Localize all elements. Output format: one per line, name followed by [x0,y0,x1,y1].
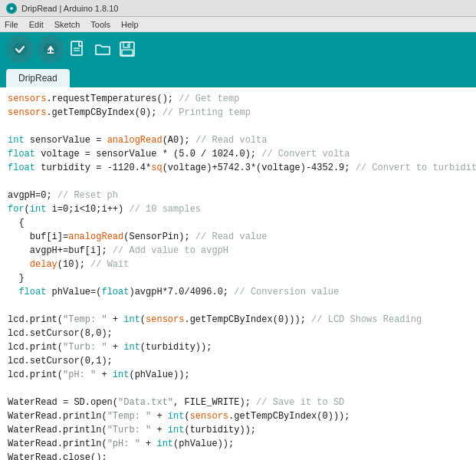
svg-rect-11 [123,42,130,48]
code-line: float turbidity = -1120.4*sq(voltage)+57… [8,161,468,175]
menu-sketch[interactable]: Sketch [54,20,80,29]
code-line: for(int i=0;i<10;i++) // 10 samples [8,202,468,216]
code-line: WaterRead.close(); [8,451,468,460]
code-line [8,175,468,189]
toolbar [0,32,476,66]
code-line: WaterRead = SD.open("Data.txt", FILE_WRI… [8,396,468,409]
code-line: sensors.requestTemperatures(); // Get te… [8,92,468,106]
code-line [8,120,468,133]
window-title: DripRead | Arduino 1.8.10 [21,4,118,13]
title-bar: DripRead | Arduino 1.8.10 [0,0,476,17]
tab-label: DripRead [18,73,57,84]
menu-bar: File Edit Sketch Tools Help [0,17,476,32]
save-button[interactable] [117,38,138,60]
menu-tools[interactable]: Tools [90,20,110,29]
code-line: int sensorValue = analogRead(A0); // Rea… [8,133,468,147]
code-line: delay(10); // Wait [8,258,468,271]
code-line: avgpH=0; // Reset ph [8,189,468,202]
code-line: WaterRead.println("Temp: " + int(sensors… [8,409,468,423]
code-line: buf[i]=analogRead(SensorPin); // Read va… [8,230,468,244]
tab-dripread[interactable]: DripRead [6,69,70,87]
menu-file[interactable]: File [5,20,18,29]
code-line: float voltage = sensorValue * (5.0 / 102… [8,147,468,161]
code-line: lcd.setCursor(0,1); [8,354,468,368]
upload-icon [43,41,58,57]
code-line [8,382,468,396]
code-line: lcd.print("pH: " + int(phValue)); [8,368,468,382]
checkmark-icon [12,41,28,57]
svg-rect-12 [122,50,133,55]
save-icon [117,39,137,59]
svg-rect-10 [120,42,134,56]
app-icon [6,3,17,14]
code-line [8,299,468,313]
new-file-icon [68,39,88,59]
code-line: lcd.print("Temp: " + int(sensors.getTemp… [8,313,468,327]
upload-button[interactable] [37,35,64,63]
verify-button[interactable] [6,35,34,63]
code-line: avgpH+=buf[i]; // Add value to avgpH [8,244,468,258]
svg-point-3 [13,42,27,56]
code-editor[interactable]: sensors.requestTemperatures(); // Get te… [0,87,476,460]
code-line: } [8,271,468,285]
tab-bar: DripRead [0,66,476,87]
open-folder-icon [93,39,113,59]
new-button[interactable] [67,38,89,60]
open-button[interactable] [92,38,113,60]
code-line: WaterRead.println("Turb: " + int(turbidi… [8,423,468,437]
menu-help[interactable]: Help [121,20,139,29]
code-line: float phValue=(float)avgpH*7.0/4096.0; /… [8,285,468,299]
menu-edit[interactable]: Edit [29,20,44,29]
code-line: { [8,216,468,230]
code-line: lcd.print("Turb: " + int(turbidity)); [8,340,468,354]
code-line: WaterRead.println("pH: " + int(phValue))… [8,437,468,451]
code-line: lcd.setCursor(8,0); [8,327,468,340]
code-line: sensors.getTempCByIndex(0); // Printing … [8,106,468,120]
